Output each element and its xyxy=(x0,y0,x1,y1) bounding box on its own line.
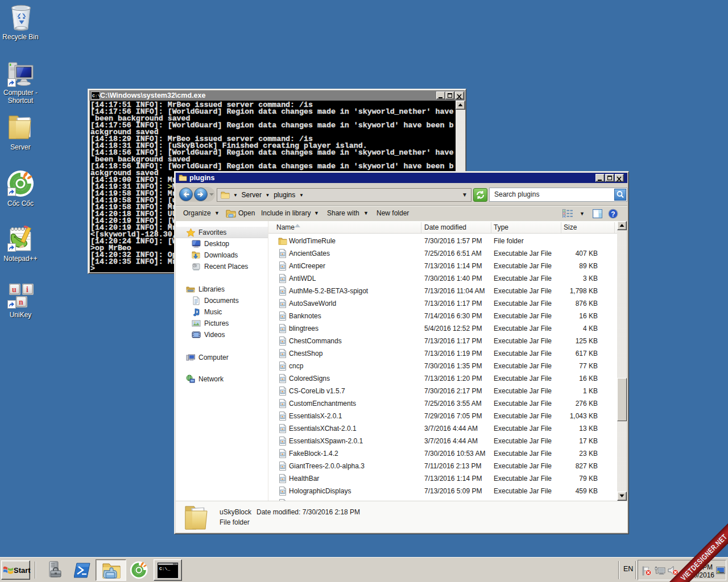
svg-text:C:\: C:\ xyxy=(92,93,100,98)
svg-text:n: n xyxy=(19,298,23,306)
svg-text:?: ? xyxy=(611,210,615,218)
svg-text:i: i xyxy=(26,285,28,294)
svg-text:C:\_: C:\_ xyxy=(159,566,170,571)
svg-text:u: u xyxy=(12,285,16,294)
